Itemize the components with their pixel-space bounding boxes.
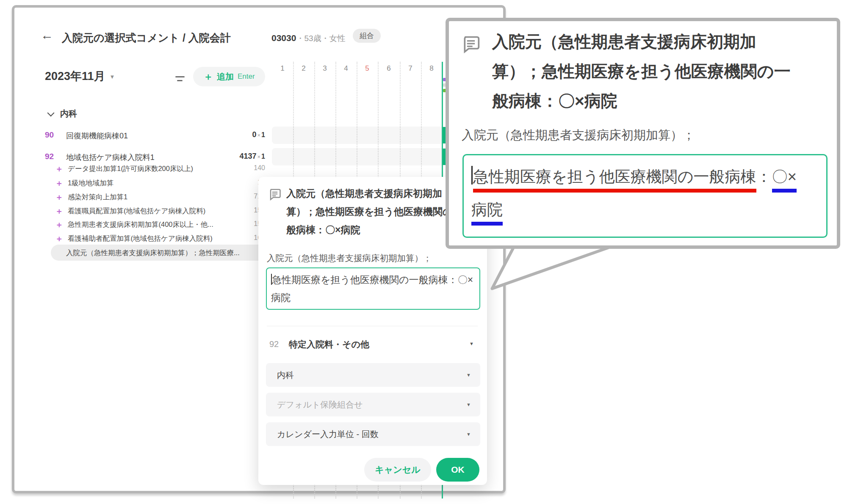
subrow-name[interactable]: 感染対策向上加算1	[68, 193, 127, 202]
input-text-hospital: 病院	[271, 292, 291, 303]
plus-icon[interactable]: ＋	[55, 219, 63, 230]
chevron-down-icon[interactable]: ▼	[469, 341, 474, 346]
day-header-6: 6	[378, 64, 400, 73]
select-placeholder: デフォルト保険組合せ	[277, 400, 363, 409]
callout-comment-text-box: 急性期医療を担う他医療機関の一般病棟：〇× 病院	[462, 154, 828, 238]
callout-title-line: 算）；急性期医療を担う他医療機関の一	[492, 60, 791, 83]
add-button-key-hint: Enter	[238, 72, 255, 81]
patient-id: 03030	[271, 33, 296, 43]
dialog-title-line: 般病棟：〇×病院	[286, 223, 360, 237]
month-selector[interactable]: 2023年11月▼	[45, 69, 115, 84]
row-value: 0 × 1	[193, 130, 265, 139]
dialog-title-line: 算）；急性期医療を担う他医療機関の一	[286, 205, 462, 218]
row-value: 4137 × 1	[193, 152, 265, 161]
day-header-2: 2	[293, 64, 314, 73]
callout-title-line: 入院元（急性期患者支援病床初期加	[492, 30, 756, 53]
select-value: カレンダー入力単位 - 回数	[277, 430, 379, 439]
page-title: 入院元の選択式コメント / 入院会計	[62, 31, 231, 45]
calendar-row-band	[272, 148, 464, 165]
dialog-title-line: 入院元（急性期患者支援病床初期加	[286, 187, 442, 200]
section-label: 内科	[60, 108, 77, 119]
comment-icon	[462, 35, 480, 53]
magnifier-callout: 入院元（急性期患者支援病床初期加 算）；急性期医療を担う他医療機関の一 般病棟：…	[446, 18, 840, 249]
dialog-section-label: 特定入院料・その他	[289, 339, 369, 350]
subrow-value: 140	[235, 164, 265, 172]
calendar-row-band	[272, 127, 464, 144]
insurance-badge: 組合	[353, 29, 381, 43]
plus-icon[interactable]: ＋	[55, 178, 63, 189]
patient-info: 03030・53歳・女性	[271, 33, 346, 44]
callout-comment-prefix-label: 入院元（急性期患者支援病床初期加算）；	[462, 127, 695, 144]
insurance-select[interactable]: デフォルト保険組合せ▼	[266, 393, 480, 416]
day-header-5: 5	[357, 64, 378, 73]
plus-icon[interactable]: ＋	[55, 206, 63, 217]
comment-prefix-label: 入院元（急性期患者支援病床初期加算）；	[267, 252, 432, 264]
day-header-4: 4	[335, 64, 357, 73]
colon-text: ：	[756, 168, 772, 185]
cancel-button[interactable]: キャンセル	[364, 458, 431, 482]
input-text-colon: ：	[448, 274, 458, 285]
dialog-section-code: 92	[269, 339, 279, 349]
day-header-7: 7	[400, 64, 421, 73]
chevron-down-icon: ▼	[466, 422, 471, 446]
day-header-3: 3	[314, 64, 335, 73]
calendar-unit-select[interactable]: カレンダー入力単位 - 回数▼	[266, 422, 480, 446]
back-icon[interactable]: ←	[41, 28, 53, 42]
row-value-count: 1	[261, 153, 265, 160]
row-code: 90	[45, 130, 54, 140]
row-value-number: 0	[252, 130, 256, 139]
row-name[interactable]: 回復期機能病棟01	[66, 131, 128, 141]
subrow-name[interactable]: データ提出加算1(許可病床数200床以上)	[68, 164, 193, 174]
subrow-name[interactable]: 看護補助者配置加算(地域包括ケア病棟入院料)	[68, 234, 213, 243]
subrow-name[interactable]: 急性期患者支援病床初期加算(400床以上・他...	[68, 220, 213, 229]
month-label: 2023年11月	[45, 70, 105, 83]
chevron-down-icon: ▼	[110, 74, 115, 80]
blue-underlined-mark: 〇×	[772, 168, 797, 193]
callout-title-line: 般病棟：〇×病院	[492, 90, 617, 113]
multiply-icon: ×	[257, 154, 261, 160]
chevron-down-icon: ▼	[466, 363, 471, 387]
multiply-icon: ×	[257, 132, 261, 138]
patient-age-sex: ・53歳・女性	[296, 34, 345, 43]
department-select[interactable]: 内科▼	[266, 363, 480, 387]
row-value-number: 4137	[239, 152, 256, 161]
blue-underlined-hospital: 病院	[471, 201, 503, 226]
divider	[267, 326, 478, 326]
row-code: 92	[45, 152, 54, 161]
day-header-1: 1	[272, 64, 293, 73]
chevron-down-icon[interactable]	[47, 110, 55, 117]
row-name[interactable]: 地域包括ケア病棟入院料1	[66, 152, 155, 162]
comment-icon	[268, 188, 281, 201]
text-cursor	[471, 166, 473, 185]
add-button-label: 追加	[217, 71, 234, 83]
row-value-count: 1	[261, 131, 265, 139]
add-button[interactable]: ＋ 追加 Enter	[193, 67, 265, 86]
plus-icon[interactable]: ＋	[55, 192, 63, 203]
day-header-8: 8	[421, 64, 442, 73]
filter-icon[interactable]	[175, 75, 185, 83]
chevron-down-icon: ▼	[466, 393, 471, 416]
plus-icon: ＋	[203, 70, 213, 83]
red-underlined-text: 急性期医療を担う他医療機関の一般病棟	[473, 168, 756, 193]
select-value: 内科	[277, 370, 294, 380]
plus-icon[interactable]: ＋	[55, 163, 63, 174]
subrow-name[interactable]: 看護職員配置加算(地域包括ケア病棟入院料)	[68, 207, 205, 216]
plus-icon[interactable]: ＋	[55, 233, 63, 244]
selected-comment-row[interactable]: 入院元（急性期患者支援病床初期加算）；急性期医療...	[51, 245, 274, 261]
subrow-name[interactable]: 1級地地域加算	[68, 179, 113, 188]
input-text-main: 急性期医療を担う他医療機関の一般病棟	[272, 274, 448, 285]
comment-text-input[interactable]: 急性期医療を担う他医療機関の一般病棟：〇× 病院	[266, 267, 480, 310]
ok-button[interactable]: OK	[436, 458, 479, 482]
